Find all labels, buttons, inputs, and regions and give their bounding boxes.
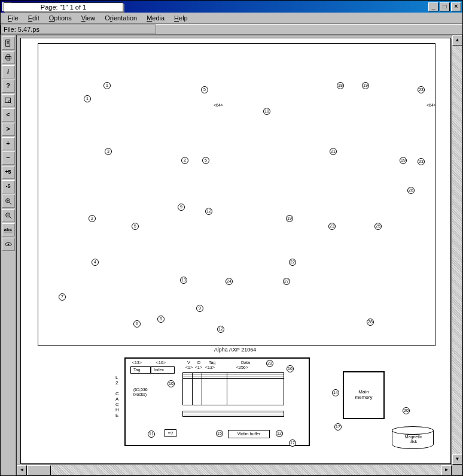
circ-18: 18 bbox=[337, 82, 344, 89]
status-page: Page: "1" 1 of 1 bbox=[4, 2, 123, 12]
circ-6: 6 bbox=[133, 320, 141, 328]
l2-array bbox=[182, 372, 284, 405]
circ-14: 14 bbox=[332, 389, 339, 396]
close-button[interactable]: × bbox=[451, 2, 461, 11]
svg-line-9 bbox=[10, 103, 11, 104]
svg-point-8 bbox=[8, 101, 11, 103]
l2-tag2: Tag bbox=[209, 360, 215, 365]
menu-file-label: ile bbox=[12, 14, 19, 22]
svg-point-18 bbox=[7, 244, 9, 245]
svg-rect-7 bbox=[5, 98, 10, 103]
circ-5c: 5 bbox=[202, 157, 209, 164]
menu-orientation[interactable]: Orientation bbox=[100, 13, 142, 23]
status-file: File: 5.47.ps bbox=[1, 25, 156, 34]
vertical-scrollbar[interactable]: ▲ ▼ bbox=[452, 35, 462, 465]
find-button[interactable] bbox=[2, 94, 15, 107]
menu-view[interactable]: View bbox=[77, 13, 100, 23]
document-icon bbox=[4, 39, 13, 47]
info-button[interactable]: i bbox=[2, 65, 15, 78]
zoom-out-button[interactable]: − bbox=[2, 151, 15, 165]
magnify-plus-icon bbox=[4, 197, 13, 205]
l2-cmp: =? bbox=[165, 429, 176, 437]
menu-media[interactable]: Media bbox=[142, 13, 169, 23]
circ-21: 21 bbox=[330, 148, 337, 155]
circ-4: 4 bbox=[92, 259, 99, 266]
disk-label: Magneticdisk bbox=[405, 435, 422, 444]
l2-idx-bits: <16> bbox=[156, 360, 166, 365]
circ-23c: 23 bbox=[418, 158, 425, 165]
circ-24: 24 bbox=[226, 278, 233, 285]
scroll-down-button[interactable]: ▼ bbox=[452, 454, 462, 465]
skip-back-button[interactable]: -5 bbox=[2, 180, 15, 193]
circ-11: 11 bbox=[148, 430, 155, 438]
menu-file[interactable]: File bbox=[3, 13, 23, 23]
minimize-button[interactable]: _ bbox=[428, 2, 438, 11]
circ-5: 5 bbox=[132, 223, 139, 230]
diagram: CPU PC Page-frameaddress <30> Pageoffset… bbox=[26, 43, 446, 459]
scrollbar-corner bbox=[452, 465, 462, 475]
scroll-up-button[interactable]: ▲ bbox=[452, 35, 462, 46]
circ-25: 25 bbox=[374, 223, 382, 230]
zoom-in-button[interactable]: + bbox=[2, 137, 15, 150]
circ-15: 15 bbox=[216, 430, 223, 437]
menu-options[interactable]: Options bbox=[44, 13, 77, 23]
l2-row2 bbox=[182, 411, 284, 417]
circ-10: 10 bbox=[167, 380, 175, 387]
magnify-minus-icon bbox=[4, 211, 13, 220]
next-page-button[interactable]: > bbox=[2, 123, 15, 136]
circ-9: 9 bbox=[178, 204, 185, 211]
help-button[interactable]: ? bbox=[2, 80, 15, 93]
menu-help[interactable]: Help bbox=[169, 13, 193, 23]
svg-line-11 bbox=[9, 202, 11, 205]
l2-tag-label: Tag bbox=[133, 368, 140, 372]
circ-20: 20 bbox=[403, 407, 410, 414]
app-window: 5.47.ps - GSview _ □ × File Edit Options… bbox=[0, 0, 463, 476]
printer-icon bbox=[4, 53, 13, 62]
circ-2b: 2 bbox=[181, 157, 188, 164]
scroll-thumb[interactable] bbox=[27, 465, 51, 475]
eye-icon bbox=[4, 240, 13, 248]
svg-rect-0 bbox=[5, 40, 10, 47]
maximize-button[interactable]: □ bbox=[440, 2, 450, 11]
find-icon bbox=[4, 96, 13, 105]
main-memory-label: Mainmemory bbox=[355, 389, 373, 400]
circ-19b: 19 bbox=[286, 215, 293, 222]
circ-9b: 9 bbox=[196, 305, 203, 312]
preview-button[interactable] bbox=[2, 238, 15, 251]
circ-5b: 5 bbox=[201, 86, 208, 93]
text-select-button[interactable]: abc bbox=[2, 223, 15, 237]
svg-line-15 bbox=[9, 217, 11, 219]
scroll-right-button[interactable]: ► bbox=[441, 465, 452, 475]
circ-26: 26 bbox=[407, 187, 415, 194]
magnify-plus-button[interactable] bbox=[2, 195, 15, 208]
l2-65536: (65,536blocks) bbox=[133, 387, 148, 397]
circ-7: 7 bbox=[59, 293, 66, 301]
scroll-left-button[interactable]: ◄ bbox=[17, 465, 27, 475]
skip-forward-button[interactable]: +5 bbox=[2, 166, 15, 179]
circ-27: 27 bbox=[283, 278, 290, 285]
victim-buffer: Victim buffer bbox=[228, 430, 270, 438]
print-button[interactable] bbox=[2, 51, 15, 64]
circ-19c: 19 bbox=[400, 157, 407, 164]
horizontal-scrollbar[interactable]: ◄ ► bbox=[17, 465, 452, 475]
circ-3: 3 bbox=[105, 148, 112, 155]
circ-12b: 12 bbox=[217, 326, 224, 333]
menu-bar: File Edit Options View Orientation Media… bbox=[1, 13, 462, 24]
circ-22: 22 bbox=[289, 259, 296, 266]
circ-29: 29 bbox=[266, 360, 273, 367]
menu-edit[interactable]: Edit bbox=[23, 13, 44, 23]
magnify-minus-button[interactable] bbox=[2, 209, 15, 222]
circ-19: 19 bbox=[362, 82, 369, 89]
l2-vb: <1> bbox=[185, 365, 193, 369]
body-area: i ? < > + − +5 -5 abc CPU PC Pag bbox=[1, 35, 462, 475]
prev-page-button[interactable]: < bbox=[2, 108, 15, 122]
circ-1: 1 bbox=[103, 82, 111, 89]
alpha-box bbox=[38, 43, 435, 346]
open-button[interactable] bbox=[2, 37, 15, 50]
l2-idx-label: Index bbox=[154, 368, 164, 372]
l2-label: L2 CACHE bbox=[115, 375, 119, 418]
l2-data: Data bbox=[241, 360, 250, 365]
bits64-mid: <64> bbox=[214, 103, 223, 107]
circ-8: 8 bbox=[157, 316, 165, 323]
circ-13: 13 bbox=[180, 277, 187, 284]
